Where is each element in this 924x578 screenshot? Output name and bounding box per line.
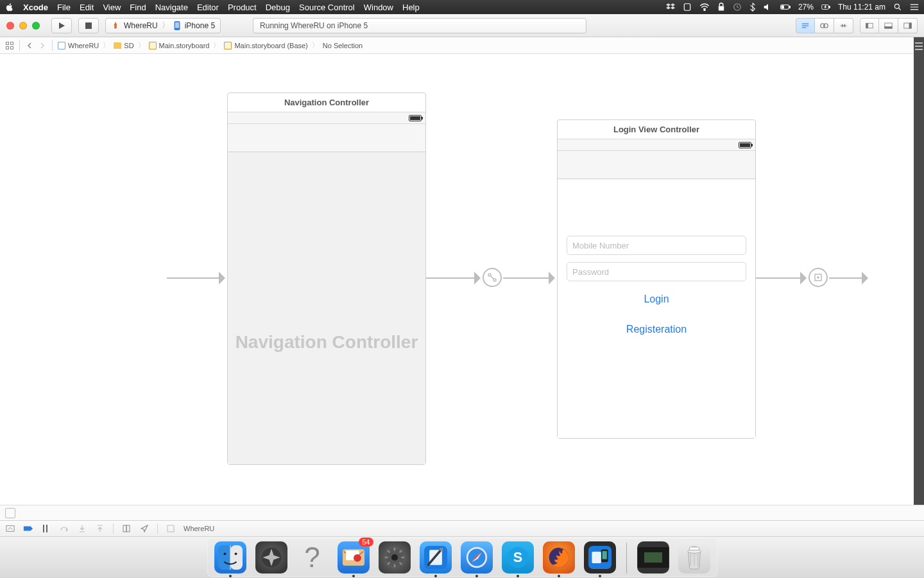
dock-safari[interactable]: [461, 541, 493, 574]
svg-point-27: [493, 279, 496, 281]
scene-body: Navigation Controller: [228, 152, 425, 464]
svg-rect-2: [719, 6, 724, 11]
scheme-selector[interactable]: WhereRU 〉 iPhone 5: [105, 18, 221, 33]
svg-point-37: [223, 552, 226, 555]
jump-bar: WhereRU 〉 SD 〉 Main.storyboard 〉 Main.st…: [0, 37, 924, 54]
dock-skype[interactable]: S: [502, 541, 534, 574]
scene-login-view-controller[interactable]: Login View Controller Mobile Number Pass…: [557, 119, 756, 439]
view-debug-icon[interactable]: [121, 523, 132, 534]
breakpoint-toggle-icon[interactable]: [23, 523, 33, 534]
dock-launchpad[interactable]: [255, 541, 287, 574]
assistant-editor-button[interactable]: [815, 18, 834, 33]
menu-window[interactable]: Window: [364, 3, 393, 12]
window-minimize-button[interactable]: [19, 22, 27, 30]
crumb-project[interactable]: WhereRU: [58, 42, 99, 49]
segue-relationship-icon[interactable]: [483, 268, 502, 287]
step-into-icon[interactable]: [77, 523, 87, 534]
mail-badge: 54: [359, 538, 373, 547]
svg-point-1: [704, 10, 705, 11]
scene-statusbar: [228, 112, 425, 124]
dock-finder[interactable]: [214, 541, 246, 574]
scheme-device: iPhone 5: [185, 21, 215, 30]
version-editor-button[interactable]: [834, 18, 853, 33]
stop-button[interactable]: [78, 18, 99, 33]
process-name[interactable]: WhereRU: [184, 525, 214, 532]
menu-help[interactable]: Help: [402, 3, 420, 12]
hide-debug-icon[interactable]: [5, 523, 15, 534]
svg-rect-58: [644, 552, 662, 563]
crumb-storyboard[interactable]: Main.storyboard: [149, 42, 210, 49]
window-zoom-button[interactable]: [32, 22, 40, 30]
volume-icon[interactable]: [764, 3, 773, 11]
menu-file[interactable]: File: [57, 3, 71, 12]
continue-icon[interactable]: [41, 523, 51, 534]
svg-rect-34: [167, 525, 174, 532]
scene-title: Navigation Controller: [228, 93, 425, 112]
wifi-icon[interactable]: [699, 3, 710, 11]
svg-rect-6: [782, 6, 783, 8]
menu-navigate[interactable]: Navigate: [155, 3, 188, 12]
password-field[interactable]: Password: [567, 262, 746, 281]
bluetooth-icon[interactable]: [749, 3, 756, 12]
window-close-button[interactable]: [6, 22, 14, 30]
run-button[interactable]: [51, 18, 72, 33]
svg-point-15: [824, 23, 828, 28]
menu-editor[interactable]: Editor: [197, 3, 219, 12]
timemachine-icon[interactable]: [733, 3, 742, 12]
toggle-utilities-button[interactable]: [898, 18, 918, 33]
scene-navbar: [228, 124, 425, 152]
dock-minimized-window[interactable]: [637, 541, 669, 574]
storyboard-canvas[interactable]: Navigation Controller Navigation Control…: [0, 54, 924, 505]
menu-find[interactable]: Find: [130, 3, 146, 12]
nav-back-button[interactable]: [25, 41, 34, 50]
canvas-footer: [0, 505, 924, 520]
app-name[interactable]: Xcode: [23, 3, 48, 12]
mobile-number-field[interactable]: Mobile Number: [567, 236, 746, 255]
scene-navigation-controller[interactable]: Navigation Controller Navigation Control…: [227, 92, 426, 465]
step-over-icon[interactable]: [59, 523, 69, 534]
panel-visibility-segmented: [860, 18, 918, 33]
dock-help[interactable]: ?: [296, 541, 329, 574]
dock-system-preferences[interactable]: [379, 541, 411, 574]
step-out-icon[interactable]: [95, 523, 105, 534]
menu-debug[interactable]: Debug: [266, 3, 290, 12]
lock-icon[interactable]: [717, 3, 725, 12]
svg-rect-8: [829, 6, 830, 8]
document-outline-toggle-icon[interactable]: [5, 508, 15, 518]
crumb-folder[interactable]: SD: [114, 42, 133, 49]
crumb-storyboard-base[interactable]: Main.storyboard (Base): [224, 42, 307, 49]
apple-menu-icon[interactable]: [5, 3, 14, 12]
dock-firefox[interactable]: [543, 541, 575, 574]
location-icon[interactable]: [139, 523, 150, 534]
menu-view[interactable]: View: [103, 3, 121, 12]
background-window-sliver: [914, 37, 924, 505]
battery-status-icon[interactable]: [780, 3, 791, 11]
toggle-debug-button[interactable]: [879, 18, 898, 33]
segue-show-icon[interactable]: [809, 268, 828, 287]
login-button[interactable]: Login: [558, 293, 755, 305]
dock-xcode[interactable]: [420, 541, 452, 574]
evernote-icon[interactable]: [683, 3, 692, 12]
dock-mail[interactable]: 54: [338, 541, 370, 574]
scene-navbar: [558, 151, 755, 179]
menu-source-control[interactable]: Source Control: [299, 3, 355, 12]
toggle-navigator-button[interactable]: [860, 18, 879, 33]
crumb-selection[interactable]: No Selection: [323, 42, 363, 49]
notification-center-icon[interactable]: [910, 3, 919, 11]
menu-product[interactable]: Product: [228, 3, 257, 12]
nav-forward-button[interactable]: [38, 41, 47, 50]
registration-button[interactable]: Registeration: [558, 324, 755, 335]
dock-simulator[interactable]: [584, 541, 616, 574]
svg-rect-19: [885, 26, 892, 28]
clock[interactable]: Thu 11:21 am: [838, 3, 886, 12]
standard-editor-button[interactable]: [796, 18, 815, 33]
dropbox-icon[interactable]: [666, 3, 675, 12]
related-items-icon[interactable]: [5, 41, 14, 50]
editor-mode-segmented: [796, 18, 853, 33]
spotlight-icon[interactable]: [893, 3, 902, 12]
menu-edit[interactable]: Edit: [80, 3, 94, 12]
charging-icon: [821, 3, 830, 11]
dock-trash[interactable]: [678, 541, 710, 574]
scene-statusbar: [558, 139, 755, 151]
svg-rect-60: [689, 547, 699, 550]
